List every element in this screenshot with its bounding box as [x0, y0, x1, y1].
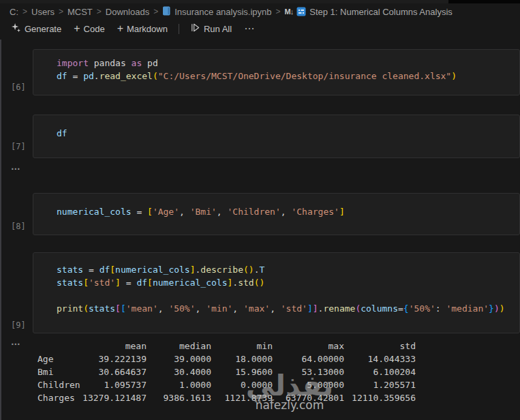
execution-count-7: [7]: [11, 142, 26, 151]
output-data-row: Age39.22213939.000018.000064.0000014.044…: [37, 352, 416, 365]
output-cell: 15.9600: [211, 365, 273, 378]
output-cell: 14.044333: [344, 352, 416, 365]
output-column-header: median: [147, 340, 211, 352]
output-cell: 63770.42801: [273, 391, 344, 404]
breadcrumb-separator: >: [22, 7, 27, 16]
output-cell: 64.00000: [273, 352, 344, 365]
plus-icon: +: [117, 23, 123, 34]
output-cell: 5.00000: [273, 378, 344, 391]
breadcrumb-file-label: Insurance analysis.ipynb: [174, 7, 271, 17]
breadcrumb-item-notebook-file[interactable]: Insurance analysis.ipynb: [162, 6, 271, 18]
breadcrumb-item-users[interactable]: Users: [31, 7, 55, 17]
add-markdown-cell-button[interactable]: + Markdown: [112, 21, 173, 36]
output-cell: 30.664637: [80, 365, 147, 378]
add-code-cell-button[interactable]: + Code: [68, 21, 110, 36]
output-row-label: Age: [37, 352, 80, 365]
breadcrumb-separator: >: [97, 7, 102, 16]
output-column-header: min: [211, 340, 273, 352]
notebook-file-icon: [162, 6, 171, 18]
code-line[interactable]: print(stats[['mean', '50%', 'min', 'max'…: [57, 302, 514, 315]
output-cell: 53.13000: [273, 365, 344, 378]
output-cell: 0.0000: [211, 378, 273, 391]
code-line[interactable]: stats['std'] = df[numerical_cols].std(): [57, 276, 514, 289]
run-all-button[interactable]: Run All: [185, 20, 237, 37]
breadcrumb-item-step-heading[interactable]: Step 1: Numerical Columns Analysis: [309, 7, 453, 17]
code-line[interactable]: df = pd.read_excel("C:/Users/MCST/OneDri…: [57, 70, 514, 82]
output-cell: 1.0000: [147, 378, 211, 391]
output-column-header: std: [344, 340, 416, 352]
add-markdown-label: Markdown: [127, 24, 168, 34]
code-editor[interactable]: numerical_cols = ['Age', 'Bmi', 'Childre…: [33, 194, 519, 224]
breadcrumb-separator: >: [276, 7, 281, 16]
execution-count-8: [8]: [11, 222, 26, 231]
more-actions-button[interactable]: ⋯: [239, 20, 260, 37]
code-line[interactable]: df: [57, 127, 514, 140]
output-row-label: Charges: [37, 391, 80, 404]
output-cell: 9386.1613: [147, 391, 211, 404]
breadcrumb: C: > Users > MCST > Downloads > Insuranc…: [10, 4, 520, 19]
breadcrumb-item-downloads[interactable]: Downloads: [106, 7, 149, 17]
sparkle-icon: [11, 22, 21, 35]
code-editor[interactable]: stats = df[numerical_cols].describe().Ts…: [33, 253, 519, 320]
output-column-header: max: [273, 340, 344, 352]
output-cell: 39.0000: [147, 352, 211, 365]
toolbar-divider: [179, 24, 179, 34]
notebook-toolbar: Generate + Code + Markdown Run All ⋯: [5, 20, 260, 37]
execution-count-6: [6]: [11, 82, 26, 92]
generate-label: Generate: [25, 24, 61, 34]
output-cell: 12110.359656: [344, 391, 416, 404]
output-cell: 1121.8739: [211, 391, 273, 404]
output-cell: 1.205571: [344, 378, 416, 391]
output-cell: 18.0000: [211, 352, 273, 365]
markdown-cell-icon[interactable]: M↓: [285, 7, 294, 16]
output-header-blank: [37, 340, 80, 352]
code-cell-9[interactable]: stats = df[numerical_cols].describe().Ts…: [33, 252, 520, 333]
tab-strip: [0, 0, 448, 3]
add-code-label: Code: [84, 24, 105, 34]
breadcrumb-separator: >: [59, 7, 63, 16]
output-data-row: Children1.0957371.00000.00005.000001.205…: [37, 378, 416, 391]
plus-icon: +: [74, 23, 80, 34]
breadcrumb-separator: >: [153, 7, 158, 16]
collapsed-output-indicator[interactable]: ⋯: [11, 164, 22, 172]
code-editor[interactable]: df: [33, 115, 519, 145]
execution-count-9: [9]: [11, 320, 26, 330]
tab-strip-gap: [448, 0, 520, 3]
code-cell-7[interactable]: df: [33, 115, 520, 158]
run-all-icon: [190, 22, 200, 35]
window-left-edge: [0, 40, 1, 420]
generate-button[interactable]: Generate: [5, 20, 67, 37]
breadcrumb-item-drive[interactable]: C:: [10, 7, 18, 17]
code-line[interactable]: stats = df[numerical_cols].describe().T: [57, 263, 514, 276]
output-row-label: Bmi: [37, 365, 80, 378]
output-cell: 6.100204: [344, 365, 416, 378]
output-data-row: Charges13279.1214879386.16131121.8739637…: [37, 391, 416, 404]
code-cell-6[interactable]: import pandas as pddf = pd.read_excel("C…: [33, 49, 520, 95]
breadcrumb-item-mcst[interactable]: MCST: [67, 7, 93, 17]
header-symbol-icon: [296, 7, 306, 16]
output-data-row: Bmi30.66463730.400015.960053.130006.1002…: [37, 365, 416, 378]
code-line[interactable]: numerical_cols = ['Age', 'Bmi', 'Childre…: [57, 205, 514, 218]
output-table: meanmedianminmaxstdAge39.22213939.000018…: [37, 340, 416, 404]
output-options-indicator[interactable]: ⋯: [11, 340, 22, 348]
output-cell: 13279.121487: [80, 391, 147, 404]
code-line[interactable]: [57, 289, 514, 302]
output-column-header: mean: [80, 340, 147, 352]
output-cell: 30.4000: [147, 365, 211, 378]
run-all-label: Run All: [204, 24, 232, 34]
output-cell: 1.095737: [80, 378, 147, 391]
code-line[interactable]: import pandas as pd: [57, 57, 514, 70]
output-row-label: Children: [37, 378, 80, 391]
code-editor[interactable]: import pandas as pddf = pd.read_excel("C…: [33, 50, 519, 88]
code-cell-8[interactable]: numerical_cols = ['Age', 'Bmi', 'Childre…: [33, 193, 520, 235]
output-cell: 39.222139: [80, 352, 147, 365]
output-header-row: meanmedianminmaxstd: [37, 340, 416, 352]
